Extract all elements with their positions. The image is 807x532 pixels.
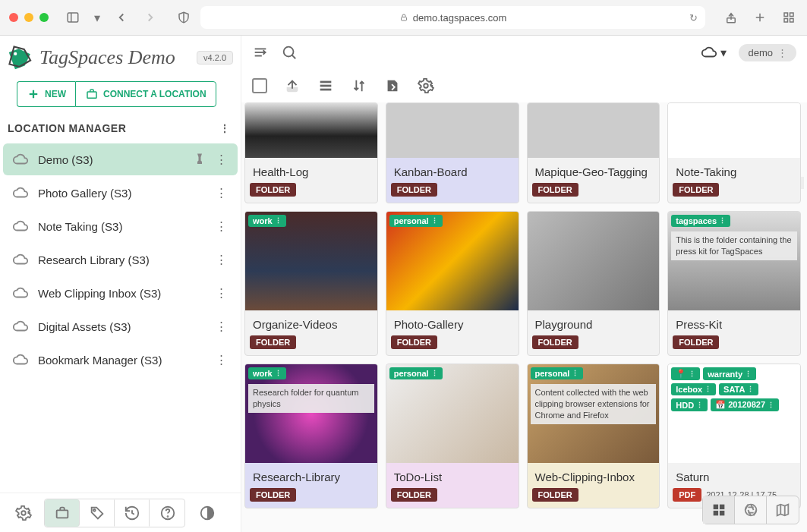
share-icon[interactable] [722, 8, 740, 27]
sidebar-item-location[interactable]: Photo Gallery (S3) ⋮ [3, 177, 238, 209]
tag-chip[interactable]: tagspaces⋮ [671, 215, 730, 227]
tag-chip[interactable]: 📍⋮ [671, 367, 700, 380]
up-folder-icon[interactable] [284, 77, 301, 94]
folder-card[interactable]: personal⋮ ToDo-List FOLDER [386, 364, 519, 508]
folder-card[interactable]: 📍⋮warranty⋮Icebox⋮SATA⋮HDD⋮📅 20120827⋮ S… [667, 364, 801, 508]
type-badge: FOLDER [532, 183, 578, 197]
location-label: Note Taking (S3) [38, 220, 206, 233]
more-vertical-icon[interactable]: ⋮ [216, 353, 227, 367]
tag-chip[interactable]: work⋮ [248, 367, 286, 379]
more-vertical-icon[interactable]: ⋮ [219, 122, 231, 134]
location-label: Photo Gallery (S3) [38, 187, 206, 200]
svg-rect-27 [320, 81, 332, 83]
card-tags: personal⋮ [389, 215, 443, 227]
connect-location-button[interactable]: CONNECT A LOCATION [75, 81, 216, 107]
folder-card[interactable]: Playground FOLDER [527, 211, 660, 356]
maximize-window-icon[interactable] [39, 13, 49, 22]
select-all-checkbox[interactable] [252, 78, 267, 93]
card-badges: FOLDER [386, 488, 519, 508]
gear-icon[interactable] [418, 77, 434, 94]
more-vertical-icon[interactable]: ⋮ [216, 286, 227, 300]
more-vertical-icon[interactable]: ⋮ [216, 320, 227, 333]
tags-tab[interactable] [80, 499, 115, 527]
type-badge: FOLDER [391, 488, 437, 502]
card-title: Saturn [668, 463, 800, 488]
search-icon[interactable] [281, 44, 298, 61]
card-badges: FOLDER [245, 488, 377, 508]
main-topbar: ▾ demo ⋮ [241, 36, 807, 69]
type-badge: FOLDER [532, 488, 578, 502]
folder-card[interactable]: Mapique-Geo-Tagging FOLDER [527, 102, 660, 203]
flashlight-icon[interactable] [193, 153, 206, 166]
more-vertical-icon[interactable]: ⋮ [216, 219, 227, 233]
tabs-icon[interactable] [780, 8, 798, 27]
card-title: ToDo-List [386, 463, 519, 488]
refresh-icon[interactable]: ↻ [689, 12, 698, 24]
card-badges: FOLDER [386, 335, 519, 355]
collapse-sidebar-icon[interactable] [252, 44, 269, 61]
folder-card[interactable]: Note-Taking FOLDER [667, 102, 801, 203]
folder-card[interactable]: tagspaces⋮ This is the folder containing… [667, 211, 801, 356]
sidebar-item-location[interactable]: Note Taking (S3) ⋮ [3, 210, 238, 242]
shield-icon[interactable] [175, 8, 193, 27]
map-view-button[interactable] [767, 496, 799, 524]
folder-card[interactable]: work⋮ Research folder for quantum physic… [244, 364, 378, 508]
folder-card[interactable]: work⋮ Organize-Videos FOLDER [244, 211, 378, 356]
folder-card[interactable]: personal⋮ Content collected with the web… [527, 364, 660, 508]
locations-list: Demo (S3) ⋮ Photo Gallery (S3) ⋮ Note Ta… [0, 142, 241, 493]
export-icon[interactable] [384, 77, 401, 94]
card-title: Organize-Videos [245, 310, 377, 335]
card-thumbnail: work⋮ Research folder for quantum physic… [245, 364, 377, 463]
grid-view-button[interactable] [703, 496, 735, 524]
tag-chip[interactable]: warranty⋮ [703, 367, 756, 380]
tag-chip[interactable]: personal⋮ [389, 215, 443, 227]
cloud-icon [12, 318, 29, 335]
url-bar[interactable]: demo.tagspaces.com ↻ [200, 6, 705, 29]
minimize-window-icon[interactable] [24, 13, 33, 22]
svg-point-15 [21, 511, 26, 515]
sidebar-item-location[interactable]: Research Library (S3) ⋮ [3, 244, 238, 275]
folder-card[interactable]: Health-Log FOLDER [244, 102, 378, 203]
folder-card[interactable]: personal⋮ Photo-Gallery FOLDER [386, 211, 519, 356]
sidebar-item-location[interactable]: Digital Assets (S3) ⋮ [3, 310, 238, 342]
new-button[interactable]: NEW [17, 81, 75, 107]
card-badges: FOLDER [528, 183, 660, 203]
settings-button[interactable] [6, 499, 41, 527]
grid-wrap[interactable]: Health-Log FOLDER Kanban-Board FOLDER Ma… [241, 102, 807, 532]
list-view-icon[interactable] [317, 77, 334, 94]
sidebar-item-location[interactable]: Demo (S3) ⋮ [3, 143, 238, 175]
version-badge: v4.2.0 [197, 51, 233, 65]
tag-chip[interactable]: personal⋮ [531, 367, 584, 379]
tag-chip[interactable]: Icebox⋮ [671, 383, 716, 395]
folder-card[interactable]: Kanban-Board FOLDER [386, 102, 519, 203]
new-tab-icon[interactable] [751, 8, 769, 27]
locations-tab[interactable] [45, 499, 80, 527]
tag-chip[interactable]: work⋮ [248, 215, 286, 227]
tag-chip[interactable]: HDD⋮ [671, 398, 708, 411]
more-vertical-icon[interactable]: ⋮ [216, 153, 227, 166]
sidebar-toggle-icon[interactable] [64, 8, 82, 27]
sidebar-item-location[interactable]: Web Clipping Inbox (S3) ⋮ [3, 277, 238, 309]
chevron-down-icon[interactable]: ▾ [93, 8, 102, 27]
view-switcher [702, 496, 799, 524]
location-manager-heading: LOCATION MANAGER ⋮ [0, 118, 241, 142]
forward-icon[interactable] [141, 8, 159, 27]
sort-icon[interactable] [351, 77, 367, 94]
cloud-icon [701, 44, 717, 61]
user-pill[interactable]: demo ⋮ [739, 44, 796, 61]
history-tab[interactable] [115, 499, 150, 527]
type-badge: FOLDER [250, 335, 296, 349]
tag-chip[interactable]: 📅 20120827⋮ [711, 398, 779, 411]
tag-chip[interactable]: SATA⋮ [719, 383, 758, 395]
theme-toggle[interactable] [190, 499, 225, 527]
sidebar-item-location[interactable]: Bookmark Manager (S3) ⋮ [3, 344, 238, 376]
help-tab[interactable] [150, 499, 184, 527]
cards-grid: Health-Log FOLDER Kanban-Board FOLDER Ma… [244, 102, 801, 508]
more-vertical-icon[interactable]: ⋮ [216, 253, 227, 266]
tag-chip[interactable]: personal⋮ [389, 367, 443, 379]
aperture-view-button[interactable] [735, 496, 767, 524]
close-window-icon[interactable] [9, 13, 18, 22]
back-icon[interactable] [112, 8, 131, 27]
more-vertical-icon[interactable]: ⋮ [216, 186, 227, 200]
cloud-account-button[interactable]: ▾ [701, 44, 727, 61]
